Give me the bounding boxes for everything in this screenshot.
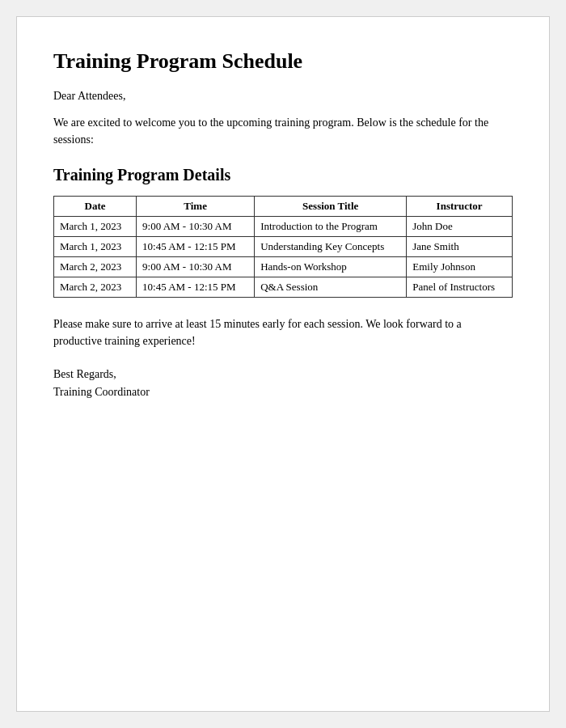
salutation: Dear Attendees, bbox=[53, 90, 513, 103]
intro-text: We are excited to welcome you to the upc… bbox=[53, 114, 513, 148]
cell-date: March 2, 2023 bbox=[54, 277, 137, 298]
schedule-table: Date Time Session Title Instructor March… bbox=[53, 196, 513, 298]
cell-session_title: Introduction to the Program bbox=[255, 217, 407, 237]
col-header-date: Date bbox=[54, 197, 137, 217]
cell-session_title: Understanding Key Concepts bbox=[255, 237, 407, 257]
page-container: Training Program Schedule Dear Attendees… bbox=[16, 16, 550, 712]
table-row: March 2, 202310:45 AM - 12:15 PMQ&A Sess… bbox=[54, 277, 513, 298]
cell-date: March 1, 2023 bbox=[54, 217, 137, 237]
cell-session_title: Hands-on Workshop bbox=[255, 257, 407, 277]
table-row: March 1, 202310:45 AM - 12:15 PMUndersta… bbox=[54, 237, 513, 257]
footer-text: Please make sure to arrive at least 15 m… bbox=[53, 315, 513, 349]
main-title: Training Program Schedule bbox=[53, 49, 513, 74]
col-header-session: Session Title bbox=[255, 197, 407, 217]
cell-session_title: Q&A Session bbox=[255, 277, 407, 298]
col-header-instructor: Instructor bbox=[407, 197, 513, 217]
sign-off-line1: Best Regards, bbox=[53, 366, 513, 383]
sign-off-line2: Training Coordinator bbox=[53, 383, 513, 401]
cell-instructor: Jane Smith bbox=[407, 237, 513, 257]
cell-time: 9:00 AM - 10:30 AM bbox=[137, 257, 255, 277]
table-row: March 2, 20239:00 AM - 10:30 AMHands-on … bbox=[54, 257, 513, 277]
cell-time: 9:00 AM - 10:30 AM bbox=[137, 217, 255, 237]
cell-instructor: Panel of Instructors bbox=[407, 277, 513, 298]
cell-date: March 2, 2023 bbox=[54, 257, 137, 277]
cell-instructor: John Doe bbox=[407, 217, 513, 237]
cell-time: 10:45 AM - 12:15 PM bbox=[137, 237, 255, 257]
col-header-time: Time bbox=[137, 197, 255, 217]
cell-time: 10:45 AM - 12:15 PM bbox=[137, 277, 255, 298]
table-header-row: Date Time Session Title Instructor bbox=[54, 197, 513, 217]
sign-off: Best Regards, Training Coordinator bbox=[53, 366, 513, 402]
cell-date: March 1, 2023 bbox=[54, 237, 137, 257]
table-row: March 1, 20239:00 AM - 10:30 AMIntroduct… bbox=[54, 217, 513, 237]
cell-instructor: Emily Johnson bbox=[407, 257, 513, 277]
section-title: Training Program Details bbox=[53, 166, 513, 184]
